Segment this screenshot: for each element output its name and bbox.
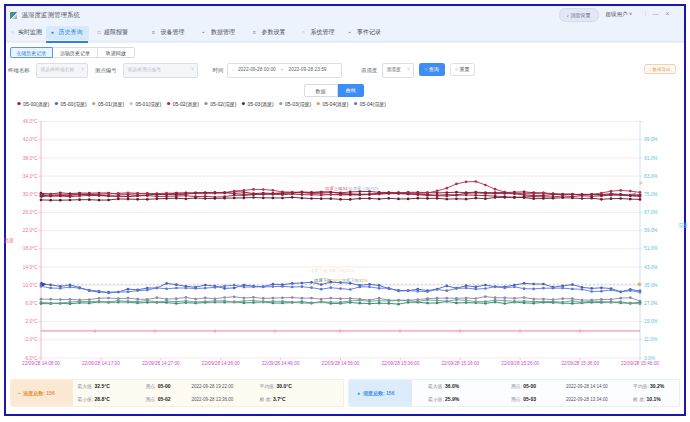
svg-text:05-01(湿度): 05-01(湿度) bbox=[135, 101, 161, 108]
svg-text:05-04(温度): 05-04(温度) bbox=[322, 101, 348, 108]
svg-text:6.0°C: 6.0°C bbox=[25, 301, 38, 306]
svg-text:42.0°C: 42.0°C bbox=[23, 137, 38, 142]
svg-text:05-00(温度): 05-00(温度) bbox=[23, 101, 49, 108]
svg-text:22.0°C: 22.0°C bbox=[23, 228, 38, 233]
svg-text:3.0%: 3.0% bbox=[644, 356, 656, 361]
svg-text:22/09/28 14:17:00: 22/09/28 14:17:00 bbox=[82, 361, 120, 366]
svg-text:温度: 温度 bbox=[4, 237, 14, 244]
svg-text:67.0%: 67.0% bbox=[644, 210, 658, 215]
svg-text:26.0°C: 26.0°C bbox=[23, 210, 38, 215]
svg-text:温度上限34°C湿度上限75%: 温度上限34°C湿度上限75% bbox=[325, 186, 379, 191]
svg-text:30.0°C: 30.0°C bbox=[23, 192, 38, 197]
svg-text:83.0%: 83.0% bbox=[644, 174, 658, 179]
svg-text:05-02(湿度): 05-02(湿度) bbox=[210, 101, 236, 108]
svg-text:22/09/28 15:16:00: 22/09/28 15:16:00 bbox=[441, 361, 479, 366]
svg-text:91.0%: 91.0% bbox=[644, 156, 658, 161]
svg-text:75.0%: 75.0% bbox=[644, 192, 658, 197]
svg-text:-6.0°C: -6.0°C bbox=[24, 356, 38, 361]
svg-text:38.0°C: 38.0°C bbox=[23, 156, 38, 161]
svg-text:22/09/28 14:36:00: 22/09/28 14:36:00 bbox=[202, 361, 240, 366]
svg-text:19.0%: 19.0% bbox=[644, 319, 658, 324]
svg-text:05-03(湿度): 05-03(湿度) bbox=[285, 101, 311, 108]
svg-text:59.0%: 59.0% bbox=[644, 228, 658, 233]
svg-text:22/09/28 14:56:00: 22/09/28 14:56:00 bbox=[322, 361, 360, 366]
svg-text:22/09/28 14:27:00: 22/09/28 14:27:00 bbox=[142, 361, 180, 366]
svg-text:05-00(湿度): 05-00(湿度) bbox=[61, 101, 87, 108]
svg-text:35.0%: 35.0% bbox=[644, 283, 658, 288]
svg-text:10.0°C: 10.0°C bbox=[23, 283, 38, 288]
svg-text:05-02(温度): 05-02(温度) bbox=[173, 101, 199, 108]
svg-text:14.0°C: 14.0°C bbox=[23, 265, 38, 270]
svg-text:22/09/28 15:46:00: 22/09/28 15:46:00 bbox=[621, 361, 659, 366]
svg-text:湿度: 湿度 bbox=[678, 222, 688, 229]
svg-text:18.0°C: 18.0°C bbox=[23, 246, 38, 251]
svg-text:22/09/28 15:06:00: 22/09/28 15:06:00 bbox=[382, 361, 420, 366]
svg-text:51.0%: 51.0% bbox=[644, 246, 658, 251]
svg-text:11.0%: 11.0% bbox=[644, 337, 658, 342]
svg-text:34.0°C: 34.0°C bbox=[23, 174, 38, 179]
svg-text:22/09/28 15:36:00: 22/09/28 15:36:00 bbox=[561, 361, 599, 366]
svg-text:05-04(湿度): 05-04(湿度) bbox=[360, 101, 386, 108]
svg-text:99.0%: 99.0% bbox=[644, 137, 658, 142]
svg-text:湿度下限(湿度下限)31%: 湿度下限(湿度下限)31% bbox=[310, 268, 355, 273]
svg-text:46.0°C: 46.0°C bbox=[23, 119, 38, 124]
svg-text:43.0%: 43.0% bbox=[644, 265, 658, 270]
svg-text:05-03(温度): 05-03(温度) bbox=[248, 101, 274, 108]
svg-text:-2.0°C: -2.0°C bbox=[24, 337, 38, 342]
svg-text:27.0%: 27.0% bbox=[644, 301, 658, 306]
svg-text:05-01(温度): 05-01(温度) bbox=[98, 101, 124, 108]
svg-text:22/09/28 14:08:00: 22/09/28 14:08:00 bbox=[22, 361, 60, 366]
svg-text:22/09/28 15:26:00: 22/09/28 15:26:00 bbox=[501, 361, 539, 366]
svg-text:22/09/28 14:46:00: 22/09/28 14:46:00 bbox=[262, 361, 300, 366]
svg-text:2.0°C: 2.0°C bbox=[25, 319, 38, 324]
